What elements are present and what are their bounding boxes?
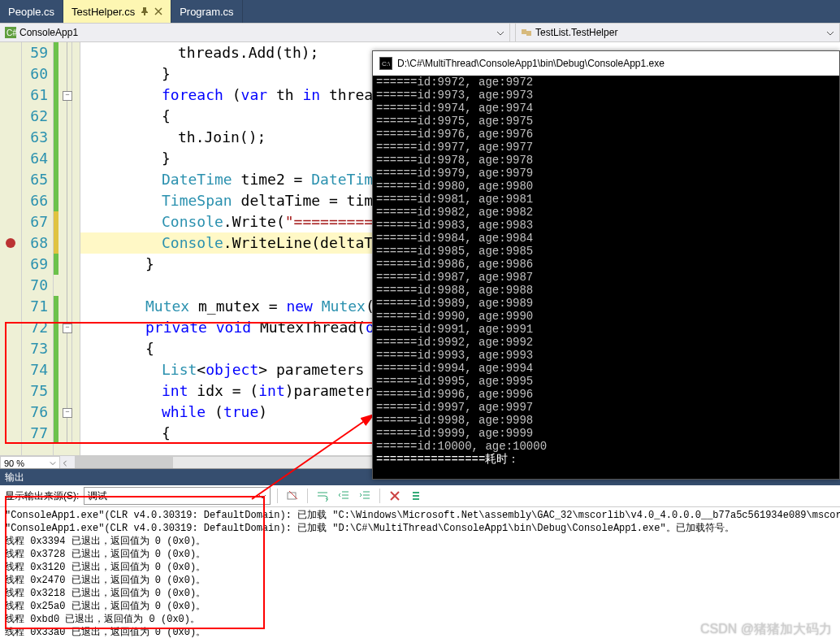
output-source-dropdown[interactable]: 调试 [84,487,271,505]
console-line: ======id:9992, age:9992 [376,336,836,349]
console-line: ======id:9995, age:9995 [376,375,836,388]
project-name: ConsoleApp1 [19,27,78,38]
console-line: ======id:9983, age:9983 [376,219,836,232]
svg-text:C#: C# [6,28,16,37]
output-source-value: 调试 [88,489,107,503]
line-number: 73 [22,338,53,359]
output-source-label: 显示输出来源(S): [5,489,79,503]
clear-output-icon[interactable] [284,488,301,504]
console-line: ======id:9973, age:9973 [376,89,836,102]
console-line: ======id:9976, age:9976 [376,128,836,141]
output-toolbar: 显示输出来源(S): 调试 [0,485,840,507]
line-number: 67 [22,211,53,232]
fold-toggle-icon[interactable]: − [63,408,72,418]
chevron-down-icon [258,492,266,500]
output-title: 输出 [5,471,24,484]
list-icon[interactable] [408,488,424,504]
console-line: ======id:9980, age:9980 [376,180,836,193]
output-line: 线程 0x3120 已退出，返回值为 0 (0x0)。 [5,561,835,574]
console-line: ======id:9996, age:9996 [376,388,836,401]
line-number: 61 [22,85,53,106]
clear-all-icon[interactable] [387,488,403,504]
line-number: 70 [22,275,53,296]
watermark: CSDN @猪猪加大码力 [700,621,832,638]
console-line: ======id:9986, age:9986 [376,258,836,271]
line-number: 68 [22,232,53,254]
fold-toggle-icon[interactable]: − [63,324,72,333]
line-number: 75 [22,380,53,402]
output-line: 线程 0x25a0 已退出，返回值为 0 (0x0)。 [5,600,835,613]
output-line: 线程 0x2470 已退出，返回值为 0 (0x0)。 [5,574,835,587]
output-line: "ConsoleApp1.exe"(CLR v4.0.30319: Defaul… [5,509,835,522]
line-number: 63 [22,127,53,148]
console-line: ======id:9974, age:9974 [376,102,836,115]
line-number: 77 [22,423,53,444]
toolbar-separator [379,489,380,503]
console-line: ======id:9993, age:9993 [376,349,836,362]
line-number: 69 [22,254,53,275]
indent-icon[interactable] [357,488,373,504]
cmd-icon: C:\ [379,57,392,70]
line-number: 60 [22,63,53,85]
tab-label: People.cs [8,6,54,18]
pin-icon[interactable] [140,7,149,16]
navigation-bar: C# ConsoleApp1 TestList.TestHelper [0,23,840,42]
toolbar-separator [277,489,278,503]
line-number-gutter: 59606162636465666768697071727374757677 [22,42,54,455]
console-line: ======id:9999, age:9999 [376,427,836,440]
svg-rect-3 [526,31,531,36]
console-line: ======id:9978, age:9978 [376,154,836,167]
line-number: 74 [22,359,53,380]
chevron-down-icon [826,28,834,37]
tab-bar: People.cs TestHelper.cs Program.cs [0,0,840,23]
console-line: ======id:9984, age:9984 [376,232,836,245]
tab-label: TestHelper.cs [71,6,135,18]
line-number: 65 [22,169,53,190]
fold-gutter: −−− [58,42,80,455]
console-line: ======id:9991, age:9991 [376,323,836,336]
outdent-icon[interactable] [336,488,352,504]
fold-toggle-icon[interactable]: − [63,91,72,101]
svg-rect-2 [522,29,526,34]
zoom-value: 90 % [4,458,24,468]
tab-program[interactable]: Program.cs [171,0,242,23]
toggle-wrap-icon[interactable] [314,488,331,504]
tab-label: Program.cs [180,6,233,18]
chevron-down-icon [50,458,56,468]
console-window[interactable]: C:\ D:\C#\MultiThread\ConsoleApp1\bin\De… [372,50,840,480]
console-line: ======id:9975, age:9975 [376,115,836,128]
console-line: ======id:10000, age:10000 [376,440,836,453]
console-line: ======id:9985, age:9985 [376,245,836,258]
csharp-project-icon: C# [5,27,16,38]
breakpoint-icon[interactable] [6,238,15,248]
console-line: ======id:9994, age:9994 [376,362,836,375]
class-dropdown[interactable]: TestList.TestHelper [516,24,840,41]
close-icon[interactable] [154,7,162,16]
scroll-left-icon[interactable] [60,460,70,467]
console-line: ======id:9972, age:9972 [376,76,836,89]
console-line: ======id:9988, age:9988 [376,284,836,297]
console-line: ======id:9987, age:9987 [376,271,836,284]
console-line: ======id:9989, age:9989 [376,297,836,310]
line-number: 72 [22,317,53,338]
console-line: ======id:9998, age:9998 [376,414,836,427]
tab-testhelper[interactable]: TestHelper.cs [63,0,171,23]
output-line: "ConsoleApp1.exe"(CLR v4.0.30319: Defaul… [5,522,835,535]
class-icon [521,27,532,38]
tab-people[interactable]: People.cs [0,0,63,23]
console-line: ======id:9979, age:9979 [376,167,836,180]
line-number: 76 [22,402,53,423]
console-output[interactable]: ======id:9972, age:9972======id:9973, ag… [373,76,839,479]
chevron-down-icon [496,28,504,37]
project-dropdown[interactable]: C# ConsoleApp1 [0,24,510,41]
console-line: ======id:9977, age:9977 [376,141,836,154]
console-line: ======id:9990, age:9990 [376,310,836,323]
line-number: 66 [22,190,53,211]
console-line: ======id:9981, age:9981 [376,193,836,206]
console-line: ======id:9997, age:9997 [376,401,836,414]
output-panel: 输出 显示输出来源(S): 调试 "ConsoleApp1 [0,468,840,643]
toolbar-separator [307,489,308,503]
line-number: 59 [22,42,53,63]
console-titlebar[interactable]: C:\ D:\C#\MultiThread\ConsoleApp1\bin\De… [373,51,839,76]
glyph-margin [0,42,22,455]
